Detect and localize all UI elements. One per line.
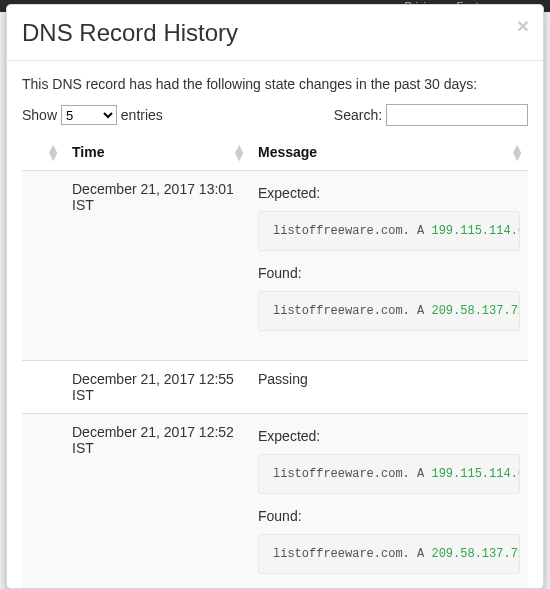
modal-dialog: DNS Record History × This DNS record has… xyxy=(6,4,544,589)
table-row: December 21, 2017 12:52 IST Expected: li… xyxy=(22,414,528,589)
expected-record: listoffreeware.com. A 199.115.114.66 xyxy=(258,454,520,494)
modal-header: DNS Record History × xyxy=(7,5,543,61)
col-message-header[interactable]: Message ▲▼ xyxy=(250,136,528,171)
status-cell xyxy=(22,171,64,361)
message-header-label: Message xyxy=(258,144,317,160)
show-entries: Show 5 entries xyxy=(22,105,163,125)
message-cell: Expected: listoffreeware.com. A 199.115.… xyxy=(250,414,528,589)
expected-label: Expected: xyxy=(258,185,520,201)
expected-label: Expected: xyxy=(258,428,520,444)
show-label-pre: Show xyxy=(22,107,57,123)
sort-icon: ▲▼ xyxy=(46,146,58,161)
modal-title: DNS Record History xyxy=(22,20,528,46)
message-cell: Expected: listoffreeware.com. A 199.115.… xyxy=(250,171,528,361)
table-row: December 21, 2017 12:55 IST Passing xyxy=(22,361,528,414)
table-row: December 21, 2017 13:01 IST Expected: li… xyxy=(22,171,528,361)
time-cell: December 21, 2017 12:52 IST xyxy=(64,414,250,589)
search-input[interactable] xyxy=(386,104,528,126)
close-icon[interactable]: × xyxy=(517,15,529,36)
found-record: listoffreeware.com. A 209.58.137.71 xyxy=(258,291,520,331)
time-cell: December 21, 2017 12:55 IST xyxy=(64,361,250,414)
modal-body: This DNS record has had the following st… xyxy=(7,61,543,589)
found-label: Found: xyxy=(258,508,520,524)
search-box: Search: xyxy=(334,104,528,126)
history-table: ▲▼ Time ▲▼ Message ▲▼ December 21, 2017 … xyxy=(22,136,528,589)
time-header-label: Time xyxy=(72,144,104,160)
show-label-post: entries xyxy=(121,107,163,123)
sort-icon: ▲▼ xyxy=(510,146,522,161)
time-cell: December 21, 2017 13:01 IST xyxy=(64,171,250,361)
message-cell: Passing xyxy=(250,361,528,414)
intro-text: This DNS record has had the following st… xyxy=(22,76,528,92)
sort-icon: ▲▼ xyxy=(232,146,244,161)
col-time-header[interactable]: Time ▲▼ xyxy=(64,136,250,171)
entries-select[interactable]: 5 xyxy=(61,105,117,125)
status-cell xyxy=(22,414,64,589)
found-record: listoffreeware.com. A 209.58.137.71 xyxy=(258,534,520,574)
expected-record: listoffreeware.com. A 199.115.114.66 xyxy=(258,211,520,251)
found-label: Found: xyxy=(258,265,520,281)
col-status-header[interactable]: ▲▼ xyxy=(22,136,64,171)
search-label: Search: xyxy=(334,107,382,123)
status-cell xyxy=(22,361,64,414)
table-controls: Show 5 entries Search: xyxy=(22,104,528,126)
